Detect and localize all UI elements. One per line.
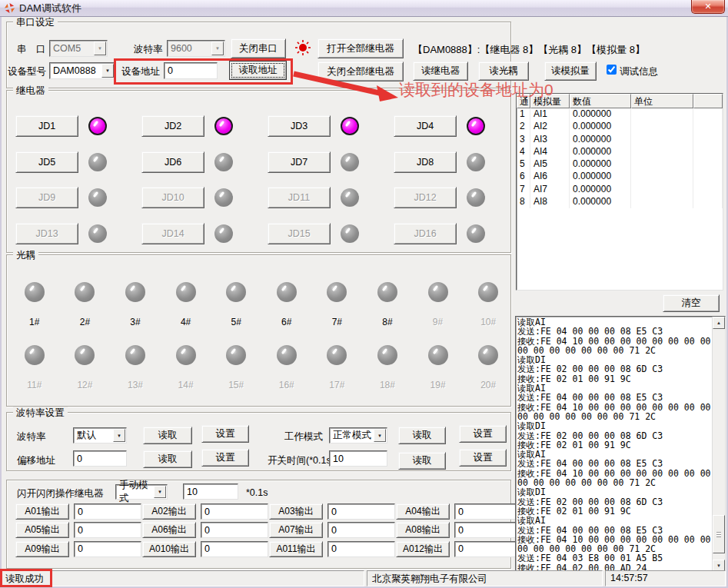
table-row[interactable]: 6 AI6 0.000000: [517, 171, 723, 183]
analog-output-button[interactable]: A07输出: [269, 522, 323, 538]
relay-button[interactable]: JD3: [268, 115, 331, 137]
table-row[interactable]: 2 AI2 0.000000: [517, 121, 723, 133]
table-row[interactable]: 3 AI3 0.000000: [517, 134, 723, 146]
relay-button[interactable]: JD10: [141, 187, 204, 208]
analog-output-button[interactable]: A04输出: [396, 503, 450, 520]
relay-cell: JD9: [15, 180, 141, 216]
work-mode-combo[interactable]: 正常模式 ▼: [329, 427, 387, 443]
close-all-relays-button[interactable]: 关闭全部继电器: [317, 61, 404, 81]
relay-led-indicator: [341, 224, 359, 243]
device-address-input[interactable]: [164, 62, 218, 79]
table-row[interactable]: 1 AI1 0.000000: [517, 108, 723, 121]
relay-button[interactable]: JD14: [141, 223, 204, 244]
analog-output-input[interactable]: [327, 541, 395, 557]
analog-output-input[interactable]: [327, 503, 395, 520]
read-opto-button[interactable]: 读光耦: [478, 61, 529, 81]
close-button[interactable]: ✕: [691, 0, 725, 14]
switch-time-set-button[interactable]: 设置: [459, 449, 507, 467]
analog-output-input[interactable]: [201, 503, 268, 520]
analog-output-input[interactable]: [74, 541, 141, 557]
offset-address-input[interactable]: [73, 450, 127, 467]
debug-info-checkbox[interactable]: [607, 65, 617, 75]
cell-value: 0.000000: [570, 184, 631, 196]
relay-cell: JD5: [15, 145, 141, 181]
relay-button[interactable]: JD5: [15, 151, 78, 173]
opto-channel-label: 19#: [430, 380, 446, 390]
model-combo[interactable]: DAM0888 ▼: [49, 62, 115, 79]
log-line: 接收:FE 02 01 00 91 9C: [517, 507, 711, 516]
cell-channel: 2: [517, 121, 530, 133]
relay-button[interactable]: JD6: [141, 151, 204, 173]
opto-cell: 3#: [110, 282, 161, 327]
baudrate-read-button[interactable]: 读取: [143, 427, 192, 444]
open-all-relays-button[interactable]: 打开全部继电器: [317, 38, 404, 58]
analog-output-button[interactable]: A010输出: [142, 541, 196, 557]
analog-output-button[interactable]: A012输出: [396, 541, 450, 557]
log-line: 发送:FE 04 00 00 00 08 E5 C3: [517, 526, 711, 535]
analog-output-button[interactable]: A02输出: [142, 503, 196, 520]
work-mode-set-button[interactable]: 设置: [459, 425, 507, 443]
read-relay-button[interactable]: 读继电器: [413, 61, 468, 81]
opto-cell: 14#: [161, 345, 211, 390]
scroll-up-button[interactable]: ▲: [713, 317, 725, 329]
relay-button[interactable]: JD11: [268, 187, 331, 208]
column-header-unit[interactable]: 单位: [631, 94, 693, 108]
analog-output-cell: A06输出: [142, 522, 269, 540]
analog-output-button[interactable]: A08输出: [396, 522, 450, 538]
analog-output-input[interactable]: [454, 503, 522, 520]
switch-time-read-button[interactable]: 读取: [398, 452, 446, 470]
opto-row-2: 11# 12# 13# 14# 15# 16# 17# 18# 19# 20: [9, 345, 514, 390]
flash-time-input[interactable]: [183, 483, 238, 500]
analog-output-input[interactable]: [454, 522, 522, 538]
baudrate-combo[interactable]: 默认 ▼: [73, 427, 127, 443]
relay-button[interactable]: JD7: [268, 151, 331, 173]
table-row[interactable]: 7 AI7 0.000000: [517, 184, 723, 196]
read-address-button[interactable]: 读取地址: [229, 61, 287, 80]
flash-mode-combo[interactable]: 手动模式 ▼: [115, 484, 168, 500]
debug-log-box[interactable]: 读取AI发送:FE 04 00 00 00 08 E5 C3接收:FE 04 1…: [515, 316, 726, 573]
analog-output-input[interactable]: [74, 503, 141, 520]
scrollbar-thumb[interactable]: [713, 515, 725, 553]
analog-output-button[interactable]: A09输出: [15, 541, 69, 557]
analog-output-input[interactable]: [327, 522, 395, 538]
analog-output-cell: A01输出: [15, 503, 142, 522]
relay-button[interactable]: JD1: [15, 115, 78, 137]
work-mode-read-button[interactable]: 读取: [398, 427, 446, 444]
offset-set-button[interactable]: 设置: [201, 449, 249, 467]
baud-combo[interactable]: 9600 ▼: [167, 40, 225, 57]
relay-button[interactable]: JD4: [394, 115, 457, 137]
baudrate-combo-value: 默认: [77, 429, 96, 442]
analog-output-input[interactable]: [201, 541, 268, 557]
analog-output-button[interactable]: A05输出: [15, 522, 69, 538]
app-window: DAM调试软件 ✕ 串口设定 串 口 COM5 ▼ 波特率 9600 ▼ 关闭串…: [0, 0, 728, 588]
close-serial-button[interactable]: 关闭串口: [231, 38, 286, 58]
relay-button[interactable]: JD12: [394, 187, 457, 208]
analog-output-input[interactable]: [201, 522, 268, 538]
relay-button[interactable]: JD13: [15, 223, 78, 244]
switch-time-input[interactable]: [329, 450, 387, 467]
relay-led-indicator: [88, 153, 107, 171]
relay-button[interactable]: JD9: [15, 187, 78, 208]
clear-log-button[interactable]: 清空: [663, 294, 720, 312]
read-analog-button[interactable]: 读模拟量: [544, 61, 597, 81]
port-combo[interactable]: COM5 ▼: [49, 40, 108, 57]
opto-cell: 7#: [312, 282, 363, 327]
relay-cell: JD14: [141, 216, 268, 252]
relay-button[interactable]: JD8: [394, 151, 457, 173]
analog-output-input[interactable]: [74, 522, 141, 538]
relay-button[interactable]: JD15: [268, 223, 331, 244]
table-row[interactable]: 4 AI4 0.000000: [517, 146, 723, 158]
column-header-value[interactable]: 数值: [570, 94, 631, 108]
table-row[interactable]: 5 AI5 0.000000: [517, 158, 723, 171]
analog-output-button[interactable]: A01输出: [15, 503, 69, 520]
log-scrollbar[interactable]: ▲ ▼: [712, 317, 725, 572]
relay-button[interactable]: JD16: [394, 223, 457, 244]
table-row[interactable]: 8 AI8 0.000000: [517, 196, 723, 208]
baudrate-set-button[interactable]: 设置: [201, 425, 249, 443]
analog-output-button[interactable]: A011输出: [269, 541, 323, 557]
analog-output-input[interactable]: [454, 541, 522, 557]
relay-button[interactable]: JD2: [141, 115, 204, 137]
analog-output-button[interactable]: A03输出: [269, 503, 323, 520]
analog-output-button[interactable]: A06输出: [142, 522, 196, 538]
offset-read-button[interactable]: 读取: [143, 450, 192, 468]
